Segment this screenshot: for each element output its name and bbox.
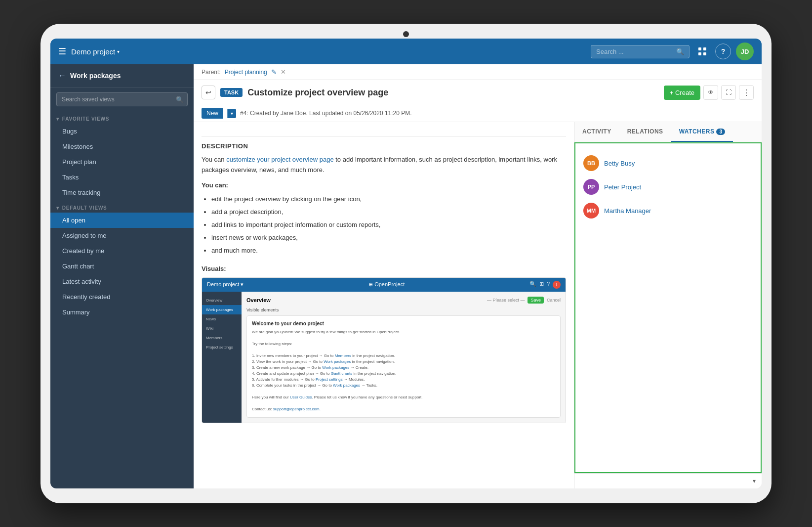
breadcrumb: Parent: Project planning ✎ ✕ <box>194 64 762 80</box>
svg-rect-0 <box>698 47 701 50</box>
screenshot-sidebar: Overview Work packages News Wiki Members… <box>202 292 242 423</box>
parent-link[interactable]: Project planning <box>225 69 267 76</box>
project-dropdown-icon: ▾ <box>117 49 120 54</box>
right-panel-tabs: ACTIVITY RELATIONS WATCHERS3 <box>574 122 762 142</box>
sidebar-item-assigned-to-me[interactable]: Assigned to me <box>50 228 194 243</box>
tab-relations[interactable]: RELATIONS <box>619 122 671 142</box>
grid-icon[interactable] <box>694 44 710 59</box>
svg-rect-3 <box>703 52 706 55</box>
bullet-item: add links to important project informati… <box>211 219 566 231</box>
watcher-item-martha: MM Martha Manager <box>583 199 753 222</box>
watcher-name-betty[interactable]: Betty Busy <box>604 160 635 167</box>
default-views-header: ▾ Default Views <box>50 200 194 213</box>
sidebar-item-summary[interactable]: Summary <box>50 305 194 320</box>
screenshot-sidebar-wiki: Wiki <box>202 324 242 333</box>
description-link[interactable]: customize your project overview page <box>226 156 334 163</box>
watcher-name-martha[interactable]: Martha Manager <box>604 207 651 215</box>
edit-icon[interactable]: ✎ <box>271 68 277 76</box>
tab-watchers[interactable]: WATCHERS3 <box>671 122 733 142</box>
screenshot-icons: 🔍⊞?! <box>529 281 561 289</box>
right-panel: ACTIVITY RELATIONS WATCHERS3 BB Betty Bu… <box>574 122 762 488</box>
screenshot-header: Demo project ▾ ⊕ OpenProject 🔍⊞?! <box>202 278 566 292</box>
watcher-item-peter: PP Peter Project <box>583 175 753 199</box>
create-button[interactable]: + Create <box>664 86 700 100</box>
bullet-list: edit the project overview by clicking on… <box>202 193 566 257</box>
screenshot-sidebar-settings: Project settings <box>202 343 242 352</box>
sidebar-title: Work packages <box>70 72 121 80</box>
task-type-badge: TASK <box>220 88 243 97</box>
sidebar-search-input[interactable] <box>56 92 188 106</box>
content-area: Parent: Project planning ✎ ✕ ↩ TASK Cust… <box>194 64 762 488</box>
status-new-button[interactable]: New <box>202 108 223 119</box>
watcher-avatar-peter: PP <box>583 179 599 195</box>
sidebar-item-all-open[interactable]: All open <box>50 213 194 228</box>
close-icon[interactable]: ✕ <box>281 68 286 76</box>
screenshot-sidebar-overview: Overview <box>202 296 242 305</box>
sidebar-item-time-tracking[interactable]: Time tracking <box>50 185 194 200</box>
hamburger-icon[interactable]: ☰ <box>58 46 66 57</box>
overview-box: Welcome to your demo project We are glad… <box>246 315 561 418</box>
collapse-icon-2: ▾ <box>56 205 59 211</box>
sidebar-item-recently-created[interactable]: Recently created <box>50 289 194 305</box>
screenshot-logo: ⊕ OpenProject <box>368 281 405 288</box>
watch-button[interactable]: 👁 <box>703 85 718 100</box>
help-icon[interactable]: ? <box>715 44 731 59</box>
watchers-badge: 3 <box>716 129 725 135</box>
description-title: DESCRIPTION <box>202 142 566 150</box>
favorite-views-header: ▾ Favorite Views <box>50 111 194 124</box>
user-avatar[interactable]: JD <box>736 43 754 60</box>
description-text: You can customize your project overview … <box>202 155 566 176</box>
you-can-label: You can: <box>202 181 566 189</box>
sidebar: ← Work packages 🔍 ▾ Favorite Views Bugs … <box>50 64 194 488</box>
screenshot-preview: Demo project ▾ ⊕ OpenProject 🔍⊞?! Overvi… <box>202 277 566 423</box>
screenshot-body: Overview Work packages News Wiki Members… <box>202 292 566 423</box>
screenshot-project-name: Demo project ▾ <box>207 281 244 288</box>
sidebar-item-created-by-me[interactable]: Created by me <box>50 243 194 259</box>
more-button[interactable]: ⋮ <box>739 85 754 100</box>
screenshot-sidebar-news: News <box>202 314 242 324</box>
project-title[interactable]: Demo project ▾ <box>71 47 120 56</box>
sidebar-item-bugs[interactable]: Bugs <box>50 124 194 139</box>
sidebar-item-gantt-chart[interactable]: Gantt chart <box>50 259 194 274</box>
visuals-title: Visuals: <box>202 265 566 272</box>
watchers-list: BB Betty Busy PP Peter Project MM Martha… <box>574 142 762 473</box>
search-input[interactable] <box>596 48 673 55</box>
svg-rect-1 <box>703 47 706 50</box>
bullet-item: edit the project overview by clicking on… <box>211 193 566 206</box>
screenshot-sidebar-workpackages: Work packages <box>202 305 242 314</box>
main-content: DESCRIPTION You can customize your proje… <box>194 122 574 488</box>
overview-box-text: We are glad you joined! We suggest to tr… <box>252 329 555 412</box>
task-meta: #4: Created by Jane Doe. Last updated on… <box>240 110 412 117</box>
overview-box-title: Welcome to your demo project <box>252 321 555 326</box>
add-watcher-dropdown[interactable]: ▾ <box>753 478 756 484</box>
watcher-name-peter[interactable]: Peter Project <box>604 183 641 191</box>
task-title: Customize project overview page <box>247 88 388 98</box>
status-bar: New ▾ #4: Created by Jane Doe. Last upda… <box>194 105 762 122</box>
status-dropdown-button[interactable]: ▾ <box>227 109 236 118</box>
back-button[interactable]: ↩ <box>202 86 215 99</box>
tab-activity[interactable]: ACTIVITY <box>574 122 619 142</box>
watcher-avatar-betty: BB <box>583 155 599 171</box>
bullet-item: and much more. <box>211 244 566 257</box>
bullet-item: add a project description, <box>211 206 566 219</box>
collapse-icon: ▾ <box>56 116 59 122</box>
watcher-item-betty: BB Betty Busy <box>583 151 753 175</box>
sidebar-header: ← Work packages <box>50 64 194 88</box>
two-col-layout: DESCRIPTION You can customize your proje… <box>194 122 762 488</box>
sidebar-item-project-plan[interactable]: Project plan <box>50 154 194 170</box>
screenshot-sidebar-members: Members <box>202 333 242 343</box>
bullet-item: insert news or work packages, <box>211 231 566 244</box>
sidebar-item-tasks[interactable]: Tasks <box>50 170 194 185</box>
fullscreen-button[interactable]: ⛶ <box>721 85 736 100</box>
sidebar-item-latest-activity[interactable]: Latest activity <box>50 274 194 289</box>
sidebar-search-icon: 🔍 <box>176 96 184 103</box>
screenshot-main-content: Overview — Please select — Save Cancel V… <box>242 292 566 423</box>
search-box[interactable]: 🔍 <box>591 45 690 58</box>
sidebar-search-container: 🔍 <box>50 88 194 111</box>
watcher-avatar-martha: MM <box>583 203 599 219</box>
sidebar-back-arrow[interactable]: ← <box>58 71 66 80</box>
svg-rect-2 <box>698 52 701 55</box>
search-icon: 🔍 <box>676 48 684 55</box>
task-actions: + Create 👁 ⛶ ⋮ <box>664 85 754 100</box>
sidebar-item-milestones[interactable]: Milestones <box>50 139 194 154</box>
